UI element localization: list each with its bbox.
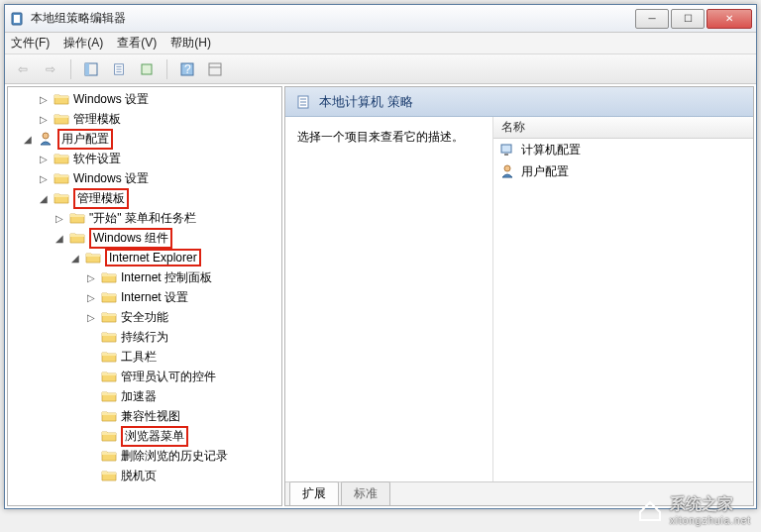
tree-label: 工具栏: [121, 349, 157, 366]
tab-standard[interactable]: 标准: [341, 481, 390, 505]
folder-icon: [69, 231, 85, 245]
tree-item[interactable]: ▷ "开始" 菜单和任务栏: [8, 208, 281, 228]
toolbar-sep: [166, 59, 167, 79]
show-tree-button[interactable]: [79, 58, 103, 80]
collapse-icon[interactable]: ◢: [38, 193, 50, 204]
menu-file[interactable]: 文件(F): [11, 35, 50, 52]
folder-icon: [101, 270, 117, 284]
collapse-icon[interactable]: ◢: [22, 134, 34, 145]
house-icon: [636, 498, 664, 522]
menu-help[interactable]: 帮助(H): [170, 35, 211, 52]
client-area: ▷ Windows 设置 ▷ 管理模板 ◢ 用户配置 ▷ 软件: [5, 84, 756, 508]
folder-icon: [85, 251, 101, 265]
description-text: 选择一个项目来查看它的描述。: [297, 130, 464, 144]
menu-action[interactable]: 操作(A): [63, 35, 103, 52]
tree-item[interactable]: ▷ Internet 控制面板: [8, 267, 281, 287]
forward-button[interactable]: ⇨: [39, 58, 62, 80]
tree-label: 管理模板: [73, 111, 121, 128]
svg-rect-14: [209, 63, 221, 75]
expand-icon[interactable]: ▷: [54, 213, 65, 224]
expand-icon[interactable]: ▷: [38, 94, 50, 105]
titlebar[interactable]: 本地组策略编辑器 ─ ☐ ✕: [5, 5, 756, 33]
folder-icon: [101, 449, 117, 463]
svg-text:?: ?: [184, 62, 191, 76]
toolbar-sep: [70, 59, 71, 79]
list-pane: 名称 计算机配置 用户配置: [493, 117, 753, 481]
description-pane: 选择一个项目来查看它的描述。: [285, 117, 493, 481]
expand-icon[interactable]: ▷: [38, 114, 50, 125]
toolbar: ⇦ ⇨ ?: [5, 54, 756, 84]
app-window: 本地组策略编辑器 ─ ☐ ✕ 文件(F) 操作(A) 查看(V) 帮助(H) ⇦…: [4, 4, 757, 509]
tree-item[interactable]: 脱机页: [8, 466, 281, 485]
close-button[interactable]: ✕: [707, 9, 752, 29]
tree-label: 管理模板: [73, 188, 129, 209]
help-button[interactable]: ?: [175, 58, 199, 80]
tree-label: Internet Explorer: [105, 249, 201, 266]
tree-item[interactable]: 工具栏: [8, 347, 281, 367]
tree-item-ie[interactable]: ◢ Internet Explorer: [8, 248, 281, 267]
tree-item-admin-templates[interactable]: ◢ 管理模板: [8, 188, 281, 208]
tree-item[interactable]: ▷ Windows 设置: [8, 89, 281, 109]
folder-icon: [101, 330, 117, 344]
tree-item-user-config[interactable]: ◢ 用户配置: [8, 129, 281, 149]
tree-item[interactable]: 加速器: [8, 386, 281, 406]
tree-label: 软件设置: [73, 151, 121, 167]
folder-icon: [54, 191, 69, 205]
tree-item[interactable]: ▷ Windows 设置: [8, 168, 281, 188]
column-header-name[interactable]: 名称: [493, 117, 753, 139]
folder-icon: [101, 469, 117, 482]
collapse-icon[interactable]: ◢: [69, 253, 81, 264]
folder-icon: [54, 92, 69, 106]
right-header-title: 本地计算机 策略: [319, 93, 413, 111]
pc-icon: [499, 142, 515, 158]
tree-label: 浏览器菜单: [121, 426, 188, 447]
tree-scroll[interactable]: ▷ Windows 设置 ▷ 管理模板 ◢ 用户配置 ▷ 软件: [8, 87, 281, 505]
expand-icon[interactable]: ▷: [38, 154, 50, 164]
list-item-label: 用户配置: [521, 163, 569, 180]
tree-label: 安全功能: [121, 309, 168, 326]
collapse-icon[interactable]: ◢: [54, 233, 65, 244]
export-button[interactable]: [135, 58, 159, 80]
folder-icon: [101, 389, 117, 403]
watermark-url: xitongzhuia.net: [670, 515, 751, 526]
tree-item-windows-components[interactable]: ◢ Windows 组件: [8, 228, 281, 248]
list-item-label: 计算机配置: [521, 142, 581, 159]
tree-label: 删除浏览的历史记录: [121, 448, 228, 465]
folder-icon: [101, 409, 117, 423]
menu-view[interactable]: 查看(V): [117, 35, 157, 52]
menubar: 文件(F) 操作(A) 查看(V) 帮助(H): [5, 33, 756, 54]
tab-extended[interactable]: 扩展: [289, 481, 339, 505]
tree-item[interactable]: ▷ Internet 设置: [8, 287, 281, 307]
tree-item[interactable]: ▷ 安全功能: [8, 307, 281, 327]
filter-button[interactable]: [203, 58, 227, 80]
expand-icon[interactable]: ▷: [85, 292, 97, 303]
expand-icon[interactable]: ▷: [85, 272, 97, 283]
tree-item[interactable]: 删除浏览的历史记录: [8, 446, 281, 466]
tree-item[interactable]: 兼容性视图: [8, 406, 281, 426]
folder-icon: [101, 310, 117, 324]
expand-icon[interactable]: ▷: [38, 173, 50, 184]
tree-item[interactable]: 管理员认可的控件: [8, 367, 281, 386]
right-pane: 本地计算机 策略 选择一个项目来查看它的描述。 名称 计算机配置 用户配置: [284, 86, 754, 506]
folder-icon: [101, 370, 117, 383]
tree-label: Internet 设置: [121, 289, 188, 306]
tree-item[interactable]: 持续行为: [8, 327, 281, 347]
tree-label: Windows 设置: [73, 91, 149, 108]
folder-icon: [54, 152, 69, 165]
expand-icon[interactable]: ▷: [85, 312, 97, 323]
back-button[interactable]: ⇦: [11, 58, 35, 80]
tree-label: 脱机页: [121, 468, 157, 484]
list-item-computer-config[interactable]: 计算机配置: [493, 139, 753, 160]
tree-item[interactable]: ▷ 软件设置: [8, 149, 281, 168]
tree-pane: ▷ Windows 设置 ▷ 管理模板 ◢ 用户配置 ▷ 软件: [7, 86, 282, 506]
folder-icon: [54, 171, 69, 185]
minimize-button[interactable]: ─: [635, 9, 669, 29]
tree-item-browser-menus[interactable]: 浏览器菜单: [8, 426, 281, 446]
tree-item[interactable]: ▷ 管理模板: [8, 109, 281, 129]
list-item-user-config[interactable]: 用户配置: [493, 160, 753, 182]
tree-label: Internet 控制面板: [121, 269, 212, 286]
maximize-button[interactable]: ☐: [671, 9, 705, 29]
properties-button[interactable]: [107, 58, 131, 80]
user-icon: [38, 131, 54, 147]
watermark-text: 系统之家: [670, 494, 751, 515]
